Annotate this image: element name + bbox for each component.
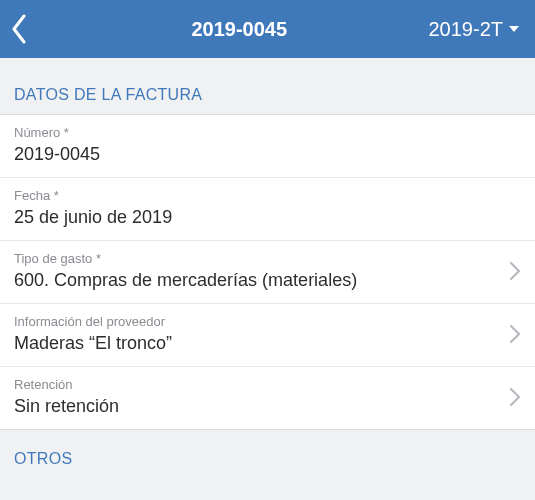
caret-down-icon xyxy=(509,26,519,32)
chevron-left-icon xyxy=(10,14,28,44)
back-button[interactable] xyxy=(10,14,50,44)
field-label: Número * xyxy=(14,125,521,140)
period-selector[interactable]: 2019-2T xyxy=(429,18,526,41)
field-label: Tipo de gasto * xyxy=(14,251,499,266)
field-value: 2019-0045 xyxy=(14,144,521,165)
section-header-others: OTROS xyxy=(0,430,535,468)
field-value: Maderas “El tronco” xyxy=(14,333,499,354)
chevron-right-icon xyxy=(509,387,521,407)
row-number[interactable]: Número * 2019-0045 xyxy=(0,115,535,178)
chevron-right-icon xyxy=(509,324,521,344)
period-label: 2019-2T xyxy=(429,18,504,41)
row-supplier[interactable]: Información del proveedor Maderas “El tr… xyxy=(0,304,535,367)
section-header-invoice: DATOS DE LA FACTURA xyxy=(0,58,535,114)
chevron-right-icon xyxy=(509,261,521,281)
navbar: 2019-0045 2019-2T xyxy=(0,0,535,58)
invoice-fields-list: Número * 2019-0045 Fecha * 25 de junio d… xyxy=(0,114,535,430)
page-title: 2019-0045 xyxy=(50,18,429,41)
row-date[interactable]: Fecha * 25 de junio de 2019 xyxy=(0,178,535,241)
field-value: 600. Compras de mercaderías (materiales) xyxy=(14,270,499,291)
field-label: Retención xyxy=(14,377,499,392)
field-label: Información del proveedor xyxy=(14,314,499,329)
row-expense-type[interactable]: Tipo de gasto * 600. Compras de mercader… xyxy=(0,241,535,304)
field-value: 25 de junio de 2019 xyxy=(14,207,521,228)
field-label: Fecha * xyxy=(14,188,521,203)
row-retention[interactable]: Retención Sin retención xyxy=(0,367,535,429)
field-value: Sin retención xyxy=(14,396,499,417)
